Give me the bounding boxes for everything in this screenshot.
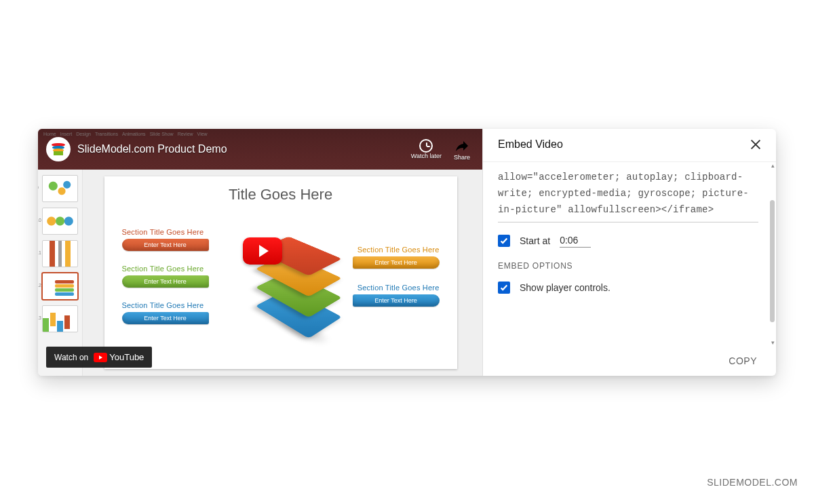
section-title: Section Title Goes Here: [122, 265, 209, 273]
section-title: Section Title Goes Here: [353, 246, 440, 254]
slide-title: Title Goes Here: [104, 176, 457, 203]
embed-panel-title: Embed Video: [498, 138, 563, 151]
slide-thumb-selected[interactable]: [42, 273, 78, 300]
watermark: SLIDEMODEL.COM: [707, 477, 798, 488]
section-title: Section Title Goes Here: [122, 301, 209, 309]
slide-thumbnail-rail[interactable]: [38, 170, 83, 376]
embed-options-heading: EMBED OPTIONS: [498, 261, 758, 271]
clock-icon: [419, 139, 433, 153]
start-at-input[interactable]: [560, 233, 591, 248]
show-controls-row: Show player controls.: [498, 282, 758, 294]
scroll-down-icon[interactable]: ▾: [769, 339, 776, 346]
close-button[interactable]: [750, 139, 761, 150]
youtube-logo: YouTube: [94, 352, 144, 362]
slidemodel-bucket-icon: [52, 143, 65, 155]
scrollbar-thumb[interactable]: [770, 200, 775, 322]
checkmark-icon: [499, 283, 509, 292]
section-pill: Enter Text Here: [122, 312, 209, 324]
watch-on-youtube-button[interactable]: Watch on YouTube: [46, 347, 152, 368]
section-pill: Enter Text Here: [122, 275, 209, 288]
start-at-row: Start at: [498, 233, 758, 248]
youtube-play-button[interactable]: [243, 237, 282, 265]
section-pill: Enter Text Here: [353, 256, 440, 269]
section-pill: Enter Text Here: [122, 239, 209, 251]
show-controls-checkbox[interactable]: [498, 282, 510, 294]
embed-scrollbar[interactable]: ▴ ▾: [769, 162, 776, 346]
start-at-label: Start at: [520, 235, 550, 246]
video-title[interactable]: SlideModel.com Product Demo: [77, 143, 404, 155]
copy-button[interactable]: COPY: [729, 355, 757, 366]
start-at-checkbox[interactable]: [498, 235, 510, 247]
show-controls-label: Show player controls.: [520, 282, 610, 293]
share-icon: [454, 138, 470, 154]
slide-canvas: Title Goes Here Section Title Goes Here …: [104, 176, 457, 369]
channel-avatar[interactable]: [46, 137, 71, 161]
slide-thumb[interactable]: [42, 208, 78, 235]
section-title: Section Title Goes Here: [122, 228, 209, 236]
section-title: Section Title Goes Here: [353, 284, 440, 292]
slide-thumb[interactable]: [42, 175, 78, 202]
embed-panel: Embed Video allow="accelerometer; autopl…: [482, 129, 776, 376]
scroll-up-icon[interactable]: ▴: [769, 162, 776, 169]
watch-later-button[interactable]: Watch later: [411, 139, 442, 159]
slide-thumb[interactable]: [42, 240, 78, 267]
embed-code-field[interactable]: allow="accelerometer; autoplay; clipboar…: [498, 169, 758, 222]
section-pill: Enter Text Here: [353, 294, 440, 307]
slide-thumb[interactable]: [42, 305, 78, 332]
share-button[interactable]: Share: [454, 138, 470, 161]
checkmark-icon: [499, 236, 509, 246]
youtube-icon: [94, 353, 107, 362]
embed-dialog-card: HomeInsertDesignTransitionsAnimationsSli…: [38, 129, 776, 376]
video-preview-panel: HomeInsertDesignTransitionsAnimationsSli…: [38, 129, 482, 376]
video-top-overlay: SlideModel.com Product Demo Watch later …: [38, 129, 482, 170]
